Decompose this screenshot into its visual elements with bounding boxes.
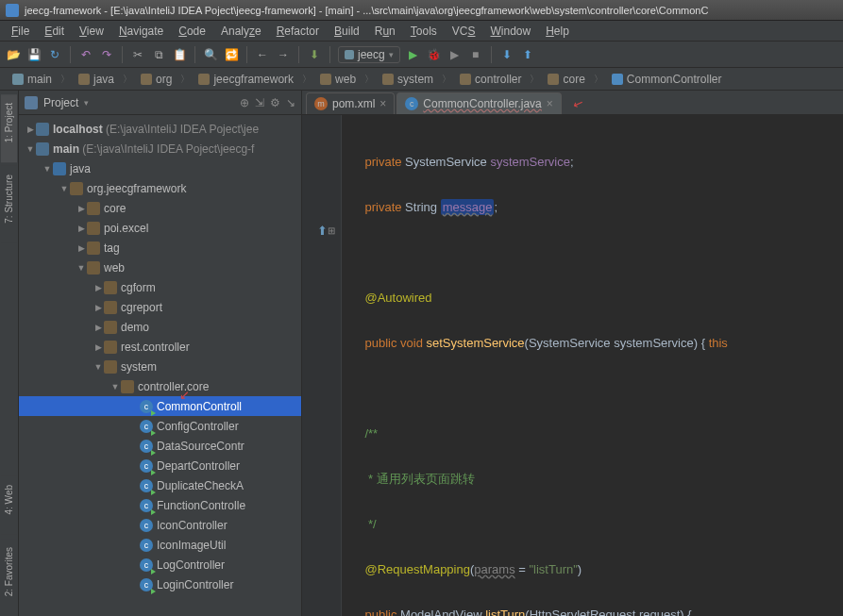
menu-window[interactable]: Window xyxy=(482,23,538,40)
tree-node-web[interactable]: ▼web xyxy=(19,258,301,277)
tree-node-class[interactable]: LoginController xyxy=(19,574,301,594)
tree-node-class[interactable]: LogController xyxy=(19,555,301,574)
crumb-class[interactable]: CommonController xyxy=(605,70,729,89)
maven-icon: m xyxy=(314,97,328,110)
menu-help[interactable]: Help xyxy=(538,23,577,40)
vcs-commit-icon[interactable]: ⬆ xyxy=(520,47,535,62)
settings-icon[interactable]: ⚙ xyxy=(270,96,280,109)
build-icon[interactable]: ⬇ xyxy=(307,47,322,62)
crumb-web[interactable]: web xyxy=(313,70,362,89)
project-tree[interactable]: ▶localhost (E:\java\InteliJ IDEA Poject\… xyxy=(19,115,301,616)
crumb-core[interactable]: core xyxy=(541,70,591,89)
run-config-selector[interactable]: jeecg ▾ xyxy=(338,46,400,63)
crumb-system[interactable]: system xyxy=(376,70,440,89)
replace-icon[interactable]: 🔁 xyxy=(224,47,239,62)
tree-node-class[interactable]: DepartController xyxy=(19,456,301,475)
editor-tab-commoncontroller[interactable]: cCommonController.java× xyxy=(396,92,561,114)
menu-run[interactable]: Run xyxy=(367,23,403,40)
tree-node-core[interactable]: ▶core xyxy=(19,198,301,218)
menu-navigate[interactable]: Navigate xyxy=(111,23,171,40)
tree-node-pkg[interactable]: ▼org.jeecgframework xyxy=(19,178,301,198)
tree-node-localhost[interactable]: ▶localhost (E:\java\InteliJ IDEA Poject\… xyxy=(19,119,301,139)
crumb-main[interactable]: main xyxy=(6,70,59,89)
close-icon[interactable]: × xyxy=(379,97,386,110)
project-view-selector[interactable]: Project xyxy=(43,96,78,109)
menu-vcs[interactable]: VCS xyxy=(445,23,483,40)
tree-node-class[interactable]: DuplicateCheckA xyxy=(19,475,301,495)
cut-icon[interactable]: ✂ xyxy=(130,47,145,62)
tree-node-poi[interactable]: ▶poi.excel xyxy=(19,218,301,238)
package-icon xyxy=(104,341,117,354)
class-icon: c xyxy=(405,97,418,110)
save-all-icon[interactable]: 💾 xyxy=(26,47,42,62)
class-icon xyxy=(140,578,153,591)
crumb-org[interactable]: org xyxy=(134,70,178,89)
debug-icon[interactable]: 🐞 xyxy=(427,47,442,62)
forward-icon[interactable]: → xyxy=(276,47,291,62)
menu-refactor[interactable]: Refactor xyxy=(269,23,327,40)
menu-edit[interactable]: Edit xyxy=(37,23,72,40)
copy-icon[interactable]: ⧉ xyxy=(151,47,166,62)
annotation-arrow-icon: ↙ xyxy=(571,95,585,112)
package-icon xyxy=(87,241,100,255)
close-icon[interactable]: × xyxy=(547,97,553,110)
back-icon[interactable]: ← xyxy=(255,47,270,62)
open-icon[interactable]: 📂 xyxy=(6,47,21,62)
menu-analyze[interactable]: Analyze xyxy=(213,23,269,40)
locate-icon[interactable]: ⊕ xyxy=(240,96,249,109)
stop-icon[interactable]: ■ xyxy=(468,47,483,62)
code-content[interactable]: private SystemService systemService; pri… xyxy=(342,115,843,616)
paste-icon[interactable]: 📋 xyxy=(172,47,187,62)
menu-tools[interactable]: Tools xyxy=(403,23,445,40)
tree-node-class[interactable]: DataSourceContr xyxy=(19,436,301,456)
navigation-bar[interactable]: main〉 java〉 org〉 jeecgframework〉 web〉 sy… xyxy=(0,68,843,91)
sidetab-project[interactable]: 1: Project xyxy=(1,94,17,162)
main-menubar[interactable]: File Edit View Navigate Code Analyze Ref… xyxy=(0,21,843,42)
coverage-icon[interactable]: ▶ xyxy=(447,47,463,62)
tree-node-controller-core[interactable]: ▼controller.core↙ xyxy=(19,376,301,396)
package-icon xyxy=(70,182,83,195)
window-titlebar: jeecg-framework - [E:\java\InteliJ IDEA … xyxy=(0,0,843,21)
run-icon[interactable]: ▶ xyxy=(406,47,421,62)
tree-node-main[interactable]: ▼main (E:\java\InteliJ IDEA Poject\jeecg… xyxy=(19,139,301,158)
menu-code[interactable]: Code xyxy=(171,23,213,40)
sidetab-web[interactable]: 4: Web xyxy=(1,476,17,535)
menu-file[interactable]: File xyxy=(4,23,37,40)
hide-icon[interactable]: ↘ xyxy=(286,96,295,109)
folder-icon xyxy=(198,74,210,85)
tree-node-java[interactable]: ▼java xyxy=(19,158,301,178)
override-icon[interactable]: ⬆ xyxy=(317,224,328,238)
tree-node-demo[interactable]: ▶demo xyxy=(19,317,301,337)
tree-node-cgreport[interactable]: ▶cgreport xyxy=(19,297,301,317)
collapse-icon[interactable]: ⇲ xyxy=(255,96,264,109)
find-icon[interactable]: 🔍 xyxy=(203,47,218,62)
sidetab-structure[interactable]: 7: Structure xyxy=(1,166,17,243)
menu-build[interactable]: Build xyxy=(327,23,367,40)
tree-node-tag[interactable]: ▶tag xyxy=(19,238,301,258)
crumb-controller[interactable]: controller xyxy=(453,70,528,89)
code-editor[interactable]: ⬆⊞ private SystemService systemService; … xyxy=(302,115,843,616)
chevron-down-icon[interactable]: ▾ xyxy=(84,98,89,108)
sidetab-favorites[interactable]: 2: Favorites xyxy=(1,539,17,616)
fold-icon[interactable]: ⊞ xyxy=(328,225,335,236)
menu-view[interactable]: View xyxy=(72,23,111,40)
tree-node-system[interactable]: ▼system xyxy=(19,357,301,376)
tree-node-rest[interactable]: ▶rest.controller xyxy=(19,337,301,357)
vcs-update-icon[interactable]: ⬇ xyxy=(499,47,514,62)
crumb-java[interactable]: java xyxy=(72,70,121,89)
package-icon xyxy=(104,301,117,314)
editor-tab-pom[interactable]: mpom.xml× xyxy=(306,92,395,114)
tree-node-class-common[interactable]: CommonControll xyxy=(19,396,301,416)
tree-node-class[interactable]: IconController xyxy=(19,515,301,535)
tree-node-class[interactable]: IconImageUtil xyxy=(19,535,301,555)
undo-icon[interactable]: ↶ xyxy=(78,47,93,62)
class-icon xyxy=(140,420,153,433)
crumb-jeecgframework[interactable]: jeecgframework xyxy=(192,70,300,89)
redo-icon[interactable]: ↷ xyxy=(99,47,114,62)
tree-node-class[interactable]: FunctionControlle xyxy=(19,495,301,515)
tree-node-class[interactable]: ConfigController xyxy=(19,416,301,436)
refresh-icon[interactable]: ↻ xyxy=(47,47,62,62)
class-icon xyxy=(612,74,623,85)
tree-node-cgform[interactable]: ▶cgform xyxy=(19,277,301,297)
gutter[interactable]: ⬆⊞ xyxy=(302,115,342,616)
